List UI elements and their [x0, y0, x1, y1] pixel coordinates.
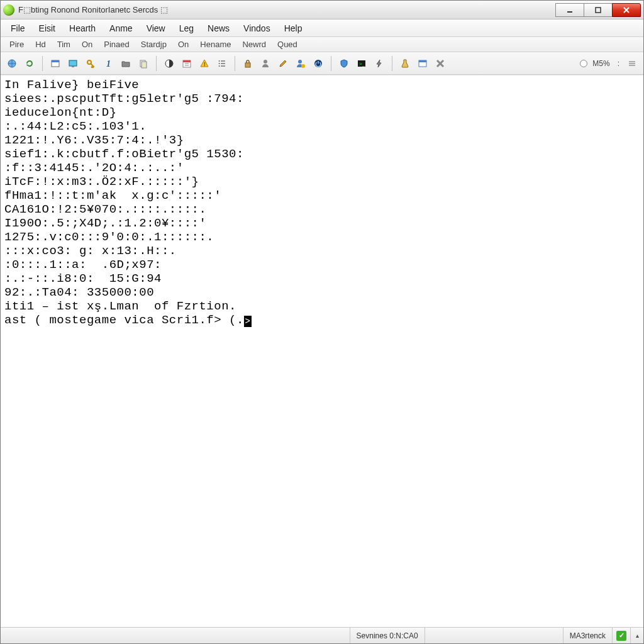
- console-line: 92:.:Ta04: 335000:00: [4, 286, 154, 299]
- lightning-icon: [374, 58, 384, 69]
- menu-help[interactable]: Help: [278, 21, 309, 35]
- key-icon: [86, 58, 96, 69]
- window-title: F⬚bting Ronond RonitorIanetc Sercds ⬚: [18, 5, 556, 14]
- menu-edit[interactable]: Eisit: [33, 21, 62, 35]
- tool-edit[interactable]: [275, 56, 291, 71]
- tool-flask[interactable]: [397, 56, 413, 71]
- svg-rect-12: [142, 62, 147, 68]
- sec-startup[interactable]: Stardjp: [136, 38, 172, 50]
- sec-on1[interactable]: On: [77, 38, 97, 50]
- svg-text:!: !: [204, 61, 206, 67]
- console-line: :::x:co3: g: x:13:.H::.: [4, 244, 177, 258]
- console-line: :.:44:L2:c5:.103'1.: [4, 119, 147, 133]
- more-icon: [628, 59, 636, 68]
- menu-hearth[interactable]: Hearth: [63, 21, 102, 35]
- sec-pinaed[interactable]: Pinaed: [99, 38, 134, 50]
- svg-rect-25: [245, 63, 250, 67]
- tool-screen[interactable]: [65, 56, 80, 71]
- sec-hd[interactable]: Hd: [30, 38, 51, 50]
- title-bar: F⬚bting Ronond RonitorIanetc Sercds ⬚: [1, 1, 643, 19]
- sec-qued[interactable]: Qued: [272, 38, 303, 50]
- toolbar-separator: [331, 56, 331, 71]
- console-line: ieducelon{nt:D}: [4, 106, 117, 119]
- toolbar-percent-suffix: :: [615, 59, 622, 68]
- user-badge-icon: [296, 58, 306, 69]
- sec-pire[interactable]: Pire: [4, 38, 29, 50]
- tool-warning[interactable]: !: [197, 56, 212, 71]
- tool-info[interactable]: 1: [101, 56, 116, 71]
- menu-view[interactable]: View: [140, 21, 172, 35]
- svg-rect-6: [52, 60, 59, 62]
- console-line: CA161O:!2:5¥070:.::::.::::.: [4, 203, 206, 216]
- toolbar-separator: [42, 56, 43, 71]
- tool-radio[interactable]: [580, 60, 587, 67]
- svg-rect-33: [419, 60, 426, 62]
- toolbar-separator: [156, 56, 157, 71]
- menu-news[interactable]: News: [201, 21, 236, 35]
- tool-terminal[interactable]: >_: [354, 56, 369, 71]
- svg-point-27: [298, 60, 302, 64]
- tool-power[interactable]: [311, 56, 326, 71]
- menu-leg[interactable]: Leg: [173, 21, 200, 35]
- svg-point-28: [301, 64, 305, 68]
- tool-user[interactable]: [258, 56, 273, 71]
- console-line: I190O:.5:;X4D;.:1.2:0¥::::': [4, 216, 206, 230]
- contrast-icon: [164, 58, 174, 69]
- refresh-icon: [25, 58, 35, 69]
- sec-newrd[interactable]: Newrd: [237, 38, 271, 50]
- lock-icon: [243, 58, 253, 69]
- list-icon: [217, 58, 227, 69]
- tool-copy[interactable]: [136, 56, 151, 71]
- close-button[interactable]: [612, 3, 641, 17]
- secondary-bar: Pire Hd Tim On Pinaed Stardjp On Hename …: [1, 37, 643, 52]
- console-line: iti1 – ist xş.Lman of Fzrtion.: [4, 299, 236, 313]
- svg-rect-1: [596, 8, 601, 13]
- app-window-icon: [418, 58, 428, 69]
- sec-on2[interactable]: On: [173, 38, 194, 50]
- tool-lock[interactable]: [240, 56, 255, 71]
- window-controls: [556, 3, 641, 17]
- maximize-button[interactable]: [584, 3, 613, 17]
- status-spacer: [425, 628, 563, 643]
- console-area[interactable]: In Falive} beiFive siees:.pscputTft:g5le…: [1, 75, 643, 627]
- toolbar: 1 ! >_ M5% :: [1, 52, 643, 75]
- minimize-icon: [566, 6, 574, 14]
- info-icon: 1: [103, 58, 113, 69]
- shield-icon: [339, 58, 349, 69]
- menu-bar: File Eisit Hearth Anme View Leg News Vin…: [1, 19, 643, 37]
- minimize-button[interactable]: [555, 3, 584, 17]
- tool-back[interactable]: [4, 56, 19, 71]
- tool-contrast[interactable]: [162, 56, 177, 71]
- tool-calendar[interactable]: [179, 56, 194, 71]
- tool-delete[interactable]: [433, 56, 448, 71]
- svg-point-26: [264, 60, 267, 64]
- tool-list[interactable]: [214, 56, 230, 71]
- maximize-icon: [594, 6, 602, 14]
- folder-icon: [121, 58, 131, 69]
- tool-window[interactable]: [48, 56, 63, 71]
- sec-hename[interactable]: Hename: [195, 38, 236, 50]
- menu-window[interactable]: Vindos: [237, 21, 277, 35]
- tool-userbadge[interactable]: [293, 56, 308, 71]
- console-line: fHma1:!::t:m'ak x.g:c':::::': [4, 189, 221, 203]
- globe-icon: [7, 58, 17, 69]
- tool-refresh[interactable]: [22, 56, 37, 71]
- tool-key[interactable]: [83, 56, 98, 71]
- tool-app[interactable]: [415, 56, 430, 71]
- tool-menu-more[interactable]: [625, 56, 640, 71]
- tool-shield[interactable]: [336, 56, 352, 71]
- close-icon: [623, 6, 630, 14]
- terminal-icon: >_: [357, 58, 367, 69]
- copy-icon: [138, 58, 148, 69]
- menu-file[interactable]: File: [4, 21, 31, 35]
- status-scroll-up[interactable]: ▴: [630, 628, 643, 643]
- console-line: :f::3:4145:.'2O:4:.:..:': [4, 161, 184, 175]
- menu-anme[interactable]: Anme: [103, 21, 139, 35]
- app-window: F⬚bting Ronond RonitorIanetc Sercds ⬚ Fi…: [0, 0, 644, 644]
- check-icon: ✓: [616, 631, 626, 641]
- x-icon: [435, 58, 445, 69]
- sec-tim[interactable]: Tim: [52, 38, 75, 50]
- tool-folder[interactable]: [118, 56, 133, 71]
- tool-flash[interactable]: [372, 56, 387, 71]
- console-output: In Falive} beiFive siees:.pscputTft:g5le…: [1, 75, 643, 330]
